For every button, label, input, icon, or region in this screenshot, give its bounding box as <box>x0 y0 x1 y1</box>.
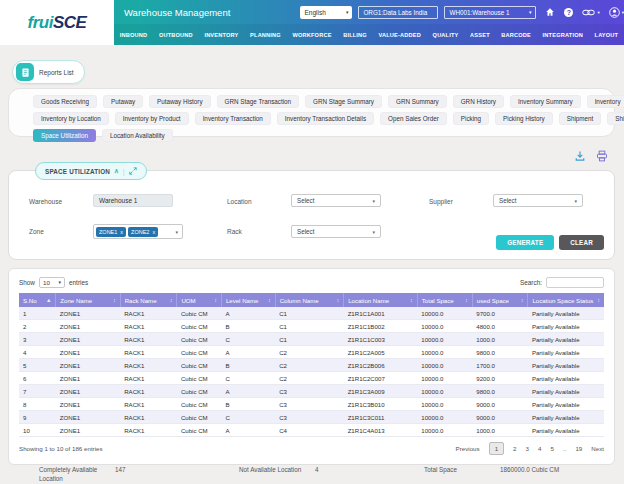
column-header-location-space-status[interactable]: Location Space Status↕ <box>528 293 604 307</box>
tab-inventory-by-product[interactable]: Inventory by Product <box>115 112 189 125</box>
warehouse-select[interactable]: WH001:Warehouse 1 ▾ <box>444 6 536 19</box>
column-header-total-space[interactable]: Total Space↕ <box>417 293 472 307</box>
column-header-used-space[interactable]: used Space↕ <box>472 293 528 307</box>
tab-picking-history[interactable]: Picking History <box>495 112 553 125</box>
table-row[interactable]: 10ZONE1RACK1Cubic CMAC4Z1R1C4A01310000.0… <box>19 424 604 437</box>
zone-multiselect[interactable]: ZONE1xZONE2x ▾ <box>93 224 183 239</box>
pagination-page-3[interactable]: 3 <box>526 445 529 452</box>
tab-inventory-by-location[interactable]: Inventory by Location <box>33 112 109 125</box>
table-cell: 10000.0 <box>417 307 472 320</box>
link-icon[interactable]: ▾ <box>582 9 599 16</box>
collapse-icon[interactable]: ∧ <box>114 167 119 175</box>
pagination-page-5[interactable]: 5 <box>550 445 553 452</box>
supplier-select[interactable]: Select ▾ <box>493 194 583 207</box>
tab-shipment-order[interactable]: Shipment Order <box>607 112 624 125</box>
print-icon[interactable] <box>596 150 608 162</box>
column-header-s-no[interactable]: S.No▲ <box>19 293 56 307</box>
table-cell: Z1R1C3B010 <box>344 398 418 411</box>
tab-grn-history[interactable]: GRN History <box>453 95 504 108</box>
nav-item-asset[interactable]: ASSET <box>470 32 490 38</box>
tab-inventory-transaction[interactable]: Inventory Transaction <box>195 112 271 125</box>
column-header-rack-name[interactable]: Rack Name↕ <box>120 293 177 307</box>
nav-item-planning[interactable]: PLANNING <box>250 32 281 38</box>
column-header-label: Level Name <box>226 297 259 304</box>
table-cell: 5 <box>19 359 56 372</box>
nav-item-outbound[interactable]: OUTBOUND <box>159 32 193 38</box>
nav-item-quality[interactable]: QUALITY <box>433 32 459 38</box>
tab-putaway[interactable]: Putaway <box>103 95 143 108</box>
show-label: Show <box>19 279 35 286</box>
pagination-page-2[interactable]: 2 <box>513 445 516 452</box>
nav-item-workforce[interactable]: WORKFORCE <box>292 32 331 38</box>
reports-list-button[interactable]: Reports List <box>12 60 85 84</box>
table-row[interactable]: 1ZONE1RACK1Cubic CMAC1Z1R1C1A00110000.09… <box>19 307 604 320</box>
tab-grn-stage-summary[interactable]: GRN Stage Summary <box>305 95 382 108</box>
pagination-page-19[interactable]: 19 <box>575 445 582 452</box>
column-header-zone-name[interactable]: Zone Name↕ <box>56 293 120 307</box>
table-row[interactable]: 5ZONE1RACK1Cubic CMBC2Z1R1C2B00610000.01… <box>19 359 604 372</box>
table-row[interactable]: 8ZONE1RACK1Cubic CMBC3Z1R1C3B01010000.09… <box>19 398 604 411</box>
nav-item-layout[interactable]: LAYOUT <box>595 32 619 38</box>
tab-inventory-transaction-details[interactable]: Inventory Transaction Details <box>277 112 374 125</box>
table-cell: Z1R1C1B002 <box>344 320 418 333</box>
tab-location-availability[interactable]: Location Availability <box>102 129 173 142</box>
generate-button[interactable]: GENERATE <box>496 235 554 250</box>
expand-icon[interactable] <box>129 167 137 175</box>
tab-goods-receiving[interactable]: Goods Receiving <box>33 95 97 108</box>
tab-space-utilization[interactable]: Space Utilization <box>33 129 96 142</box>
report-tabs-row-3: Space UtilizationLocation Availability <box>33 129 590 142</box>
tab-grn-stage-transaction[interactable]: GRN Stage Transaction <box>217 95 300 108</box>
nav-item-inventory[interactable]: INVENTORY <box>204 32 238 38</box>
tab-shipment[interactable]: Shipment <box>559 112 602 125</box>
pagination-page-[interactable]: .. <box>563 445 566 452</box>
org-select[interactable]: ORG1:Data Labs India <box>358 6 438 19</box>
pagination-page-1[interactable]: 1 <box>489 442 504 455</box>
column-header-uom[interactable]: UOM↕ <box>177 293 221 307</box>
table-row[interactable]: 2ZONE1RACK1Cubic CMBC1Z1R1C1B00210000.04… <box>19 320 604 333</box>
location-select[interactable]: Select ▾ <box>291 194 381 207</box>
summary-item-total-space: Total Space1860000.0 Cubic CM <box>424 465 604 474</box>
remove-chip-icon[interactable]: x <box>152 229 155 235</box>
tab-picking[interactable]: Picking <box>453 112 489 125</box>
home-icon[interactable] <box>545 7 555 17</box>
table-row[interactable]: 9ZONE1RACK1Cubic CMCC3Z1R1C3C01110000.09… <box>19 411 604 424</box>
nav-item-billing[interactable]: BILLING <box>343 32 367 38</box>
column-header-level-name[interactable]: Level Name↕ <box>221 293 275 307</box>
nav-item-barcode[interactable]: BARCODE <box>501 32 531 38</box>
pagination-next[interactable]: Next <box>591 445 604 452</box>
tab-inventory-summary[interactable]: Inventory Summary <box>510 95 581 108</box>
pagination-page-4[interactable]: 4 <box>538 445 541 452</box>
pagination-previous[interactable]: Previous <box>456 445 480 452</box>
tab-inventory[interactable]: Inventory <box>587 95 624 108</box>
table-row[interactable]: 6ZONE1RACK1Cubic CMCC2Z1R1C2C00710000.09… <box>19 372 604 385</box>
table-row[interactable]: 7ZONE1RACK1Cubic CMAC3Z1R1C3A00910000.09… <box>19 385 604 398</box>
entries-label: entries <box>69 279 88 286</box>
table-cell: Partially Available <box>528 411 604 424</box>
table-row[interactable]: 3ZONE1RACK1Cubic CMCC1Z1R1C1C00310000.01… <box>19 333 604 346</box>
zone-chip-zone2: ZONE2x <box>128 227 158 237</box>
table-cell: Z1R1C3A009 <box>344 385 418 398</box>
logo[interactable]: fruiSCE <box>0 0 114 45</box>
table-cell: Cubic CM <box>177 333 221 346</box>
column-header-column-name[interactable]: Column Name↕ <box>275 293 343 307</box>
nav-item-value-added[interactable]: VALUE-ADDED <box>379 32 422 38</box>
language-select[interactable]: English ▾ <box>300 6 352 19</box>
column-header-label: used Space <box>477 297 509 304</box>
tab-grn-summary[interactable]: GRN Summary <box>388 95 447 108</box>
page-size-select[interactable]: 10 ▾ <box>39 277 65 288</box>
table-row[interactable]: 4ZONE1RACK1Cubic CMAC2Z1R1C2A00510000.09… <box>19 346 604 359</box>
user-avatar-icon[interactable]: ▾ <box>609 7 624 18</box>
column-header-location-name[interactable]: Location Name↕ <box>344 293 418 307</box>
remove-chip-icon[interactable]: x <box>120 229 123 235</box>
rack-select[interactable]: Select ▾ <box>291 225 381 238</box>
help-icon[interactable]: ? <box>564 8 573 17</box>
warehouse-input[interactable]: Warehouse 1 <box>93 194 173 207</box>
clear-button[interactable]: CLEAR <box>559 235 604 250</box>
nav-item-inbound[interactable]: INBOUND <box>120 32 148 38</box>
table-cell: 9700.0 <box>472 307 528 320</box>
search-input[interactable] <box>546 277 604 288</box>
tab-open-sales-order[interactable]: Open Sales Order <box>380 112 447 125</box>
tab-putaway-history[interactable]: Putaway History <box>149 95 211 108</box>
download-icon[interactable] <box>574 150 586 162</box>
nav-item-integration[interactable]: INTEGRATION <box>543 32 583 38</box>
